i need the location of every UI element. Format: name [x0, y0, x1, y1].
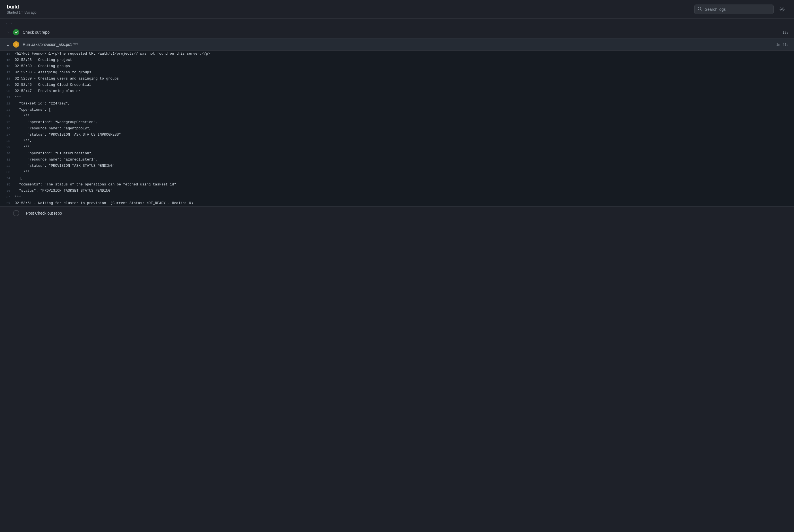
log-container: 14<h1>Not Found</h1><p>The requested URL… [0, 51, 794, 206]
post-step-row[interactable]: › Post Check out repo [0, 206, 794, 220]
step-provision[interactable]: ⌄ Run ./aks/provision_aks.ps1 *** 1m 41s [0, 38, 794, 51]
log-line-content: 02:53:51 - Waiting for cluster to provis… [15, 201, 788, 206]
svg-point-4 [16, 44, 17, 45]
search-input[interactable] [694, 4, 774, 14]
step-checkout[interactable]: › Check out repo 12s [0, 26, 794, 38]
log-line-content: "operation": "ClusterCreation", [15, 151, 788, 156]
log-line-number: 26 [0, 126, 15, 131]
log-line-number: 29 [0, 145, 15, 150]
log-line-content: 02:52:45 - Creating Cloud Credential [15, 82, 788, 88]
log-line: 33 *** [0, 169, 794, 175]
settings-button[interactable] [777, 4, 787, 15]
log-line-content: *** [15, 169, 788, 175]
log-line-number: 17 [0, 70, 15, 75]
log-line-number: 34 [0, 176, 15, 181]
log-line: 3902:53:51 - Waiting for cluster to prov… [0, 200, 794, 206]
log-line: 1902:52:45 - Creating Cloud Credential [0, 82, 794, 88]
log-line-content: "taskset_id": "z247ze2", [15, 101, 788, 107]
log-line-content: *** [15, 113, 788, 119]
step-provision-label: Run ./aks/provision_aks.ps1 *** [23, 42, 776, 47]
log-line-content: "comments": "The status of the operation… [15, 182, 788, 187]
log-line-content: "operations": [ [15, 107, 788, 113]
log-line-number: 27 [0, 133, 15, 138]
chevron-right-icon: › [6, 30, 10, 34]
log-line: 1502:52:28 - Creating project [0, 57, 794, 63]
log-line-number: 21 [0, 95, 15, 100]
log-line: 35 "comments": "The status of the operat… [0, 182, 794, 188]
log-line: 21*** [0, 94, 794, 100]
log-line: 1702:52:33 - Assigning roles to groups [0, 69, 794, 76]
log-line-number: 18 [0, 76, 15, 81]
post-step-label: Post Check out repo [26, 211, 788, 215]
log-line-number: 20 [0, 89, 15, 94]
log-line-content: ***, [15, 138, 788, 144]
log-line: 30 "operation": "ClusterCreation", [0, 150, 794, 156]
log-line: 31 "resource_name": "azurecluster1", [0, 156, 794, 163]
log-line-number: 32 [0, 164, 15, 169]
log-line-number: 16 [0, 64, 15, 69]
search-container [694, 4, 774, 14]
log-line: 25 "operation": "NodegroupCreation", [0, 119, 794, 126]
log-line-number: 37 [0, 195, 15, 200]
log-line-number: 39 [0, 201, 15, 206]
step-checkout-label: Check out repo [23, 30, 782, 35]
step-provision-duration: 1m 41s [776, 42, 788, 47]
page-title: build [7, 4, 37, 10]
log-line-number: 28 [0, 139, 15, 144]
dots-separator: . . [0, 19, 794, 26]
log-line-number: 33 [0, 170, 15, 175]
log-line-number: 15 [0, 58, 15, 63]
log-line-content: 02:52:28 - Creating project [15, 57, 788, 63]
log-line-content: "status": "PROVISION_TASK_STATUS_INPROGR… [15, 132, 788, 138]
log-line-content: *** [15, 95, 788, 100]
steps-container: . . › Check out repo 12s ⌄ Run ./aks/pro… [0, 19, 794, 220]
post-step-icon [13, 210, 19, 216]
page-subtitle: Started 1m 55s ago [7, 11, 37, 15]
step-icon-running [13, 41, 19, 48]
svg-point-2 [781, 8, 783, 10]
log-line: 37*** [0, 194, 794, 200]
log-line-content: 02:52:39 - Creating users and assinging … [15, 76, 788, 81]
log-line-number: 36 [0, 189, 15, 194]
log-line-number: 31 [0, 157, 15, 163]
log-line-content: ], [15, 175, 788, 181]
log-line-content: 02:52:30 - Creating groups [15, 63, 788, 69]
log-line-number: 25 [0, 120, 15, 125]
log-line: 34 ], [0, 175, 794, 182]
log-line-number: 14 [0, 52, 15, 57]
log-line: 36 "status": "PROVISION_TASKSET_STATUS_P… [0, 188, 794, 194]
log-line-number: 35 [0, 182, 15, 187]
log-line: 29 *** [0, 144, 794, 150]
log-line: 14<h1>Not Found</h1><p>The requested URL… [0, 51, 794, 57]
log-line-content: 02:52:33 - Assigning roles to groups [15, 70, 788, 75]
log-line-content: "resource_name": "azurecluster1", [15, 157, 788, 163]
header-left: build Started 1m 55s ago [7, 4, 37, 15]
log-line-content: "status": "PROVISION_TASK_STATUS_PENDING… [15, 163, 788, 169]
log-line: 32 "status": "PROVISION_TASK_STATUS_PEND… [0, 163, 794, 169]
log-line-content: *** [15, 194, 788, 200]
log-line: 1602:52:30 - Creating groups [0, 63, 794, 69]
log-line-number: 24 [0, 114, 15, 119]
log-line-content: <h1>Not Found</h1><p>The requested URL /… [15, 51, 788, 57]
log-line: 24 *** [0, 113, 794, 119]
log-line-number: 22 [0, 101, 15, 107]
log-line: 27 "status": "PROVISION_TASK_STATUS_INPR… [0, 132, 794, 138]
log-line: 1802:52:39 - Creating users and assingin… [0, 76, 794, 82]
log-line-number: 19 [0, 83, 15, 88]
log-line-content: 02:52:47 - Provisioning cluster [15, 88, 788, 94]
log-line: 2002:52:47 - Provisioning cluster [0, 88, 794, 94]
log-line: 26 "resource_name": "agentpooly", [0, 126, 794, 132]
log-line-content: "operation": "NodegroupCreation", [15, 119, 788, 125]
header-right [694, 4, 787, 15]
header: build Started 1m 55s ago [0, 0, 794, 19]
step-icon-success [13, 29, 19, 35]
log-line: 22 "taskset_id": "z247ze2", [0, 100, 794, 107]
log-line-content: *** [15, 145, 788, 150]
log-line: 28 ***, [0, 138, 794, 144]
step-checkout-duration: 12s [782, 30, 788, 35]
chevron-down-icon: ⌄ [6, 42, 10, 47]
log-line-number: 23 [0, 108, 15, 113]
log-line-number: 30 [0, 151, 15, 156]
log-line-content: "status": "PROVISION_TASKSET_STATUS_PEND… [15, 188, 788, 194]
log-line-content: "resource_name": "agentpooly", [15, 126, 788, 131]
